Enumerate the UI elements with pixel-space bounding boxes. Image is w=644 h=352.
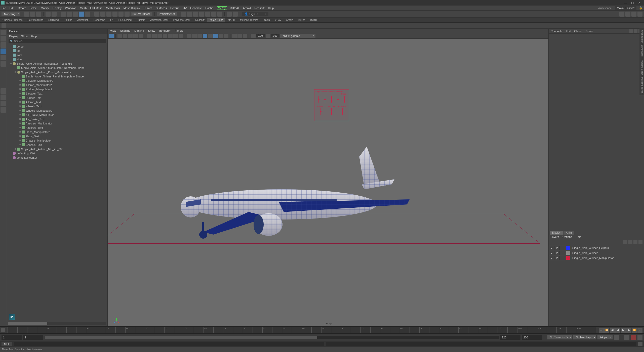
outliner-menu-display[interactable]: Display (9, 35, 18, 38)
menu-vray[interactable]: V-Ray (217, 6, 227, 10)
play-forward-button[interactable]: ▶ (621, 328, 626, 333)
menu-windows[interactable]: Windows (65, 7, 76, 10)
shelf-tab-fx[interactable]: FX (108, 18, 116, 22)
outliner-node[interactable]: ⊞Flaps_Text (8, 134, 106, 138)
lasso-tool-icon[interactable] (1, 36, 6, 41)
viewport-canvas[interactable]: FlapsAileronElevatorRudderAir Brake Chas… (108, 39, 548, 326)
grease-pencil-icon[interactable] (139, 34, 143, 38)
toggle-toolbox-icon[interactable] (631, 12, 636, 17)
shelf-tab-animation[interactable]: Animation (75, 18, 91, 22)
layer-menu-options[interactable]: Options (562, 235, 572, 238)
gamma-field[interactable]: 1.00 (271, 34, 279, 37)
xray-joints-icon[interactable] (243, 34, 247, 38)
outliner-node[interactable]: defaultLightSet (8, 151, 106, 155)
playback-end-field[interactable]: 120 (500, 335, 520, 340)
shelf-tab-sculpting[interactable]: Sculpting (46, 18, 61, 22)
shelf-tab-curves---surfaces[interactable]: Curves / Surfaces (0, 18, 25, 22)
outliner-node[interactable]: ⊞Air_Brake_Manipulator (8, 113, 106, 117)
anim-layer-dropdown[interactable]: No Anim Layer (573, 335, 596, 339)
outliner-node[interactable]: ⊟Single_Aisle_Airliner_Manipulator_Recta… (8, 61, 106, 66)
go-end-button[interactable]: ⏭ (637, 328, 642, 333)
outliner-node[interactable]: ⊞Aileron_Text (8, 100, 106, 104)
playblast-icon[interactable] (227, 12, 232, 17)
toggle-panel-icon[interactable] (233, 12, 238, 17)
camera-attr-icon[interactable] (117, 34, 122, 38)
new-scene-icon[interactable] (24, 12, 29, 17)
menu-deform[interactable]: Deform (170, 7, 179, 10)
snap-point-icon[interactable] (106, 12, 111, 17)
step-forward-key-button[interactable]: ⏩ (632, 328, 637, 333)
outliner-node[interactable]: ⊟Single_Aisle_Airliner_Panel_Manipulator (8, 70, 106, 74)
side-tab[interactable]: Channel Box / Layer Editor (640, 30, 643, 57)
menu-uv[interactable]: UV (183, 7, 187, 10)
channel-menu-show[interactable]: Show (586, 30, 593, 33)
loop-icon[interactable] (614, 335, 619, 340)
save-scene-icon[interactable] (36, 12, 41, 17)
menu-help[interactable]: Help (268, 7, 274, 10)
anim-tab[interactable]: Anim (564, 231, 574, 235)
layout-single-icon[interactable] (1, 88, 6, 94)
wireframe-icon[interactable] (187, 34, 191, 38)
outliner-node[interactable]: ⊞Chassis_Manipulator (8, 138, 106, 143)
layer-row[interactable]: VPSingle_Aisle_Airliner (549, 250, 644, 255)
workspace-dropdown[interactable]: Maya Classic* (615, 6, 636, 10)
script-editor-icon[interactable] (638, 342, 642, 346)
outliner-node[interactable]: side (8, 57, 106, 61)
ipr-render-icon[interactable] (199, 12, 204, 17)
smooth-shade-icon[interactable] (192, 34, 197, 38)
menu-file[interactable]: File (2, 7, 6, 10)
bookmark-icon[interactable] (123, 34, 127, 38)
menu-surfaces[interactable]: Surfaces (156, 7, 167, 10)
script-language-button[interactable]: MEL (2, 342, 12, 346)
menu-3dtoall[interactable]: 3DtoAll (230, 7, 239, 10)
rotate-tool-icon[interactable] (1, 55, 6, 60)
paint-select-tool-icon[interactable] (1, 42, 6, 48)
shelf-tab-fx-caching[interactable]: FX Caching (116, 18, 134, 22)
outliner-node[interactable]: ⊞Wheels_Manipulator2 (8, 108, 106, 113)
viewport-menu-lighting[interactable]: Lighting (134, 29, 144, 33)
play-back-button[interactable]: ◀ (615, 328, 620, 333)
shelf-tab-rendering[interactable]: Rendering (91, 18, 108, 22)
menu-display[interactable]: Display (53, 7, 62, 10)
close-button[interactable]: ✕ (638, 1, 640, 5)
select-face-icon[interactable] (73, 12, 78, 17)
outliner-scrollbar[interactable] (8, 322, 106, 325)
undo-icon[interactable] (46, 12, 51, 17)
select-object-icon[interactable] (79, 12, 84, 17)
viewport-menu-panels[interactable]: Panels (175, 29, 183, 33)
channel-menu-edit[interactable]: Edit (566, 30, 571, 33)
menu-generate[interactable]: Generate (190, 7, 202, 10)
ao-icon[interactable] (213, 34, 218, 38)
set-key-icon[interactable] (631, 335, 636, 340)
outliner-search-input[interactable]: Search... (9, 39, 106, 43)
safe-action-icon[interactable] (173, 34, 178, 38)
side-tab[interactable]: Modeling Toolkit (640, 77, 643, 93)
safe-title-icon[interactable] (179, 34, 183, 38)
shelf-tab-rigging[interactable]: Rigging (61, 18, 75, 22)
display-tab[interactable]: Display (550, 231, 563, 235)
outliner-node[interactable]: ⊞Single_Aisle_Airliner_MC_21_300 (8, 147, 106, 151)
shelf-tab-custom[interactable]: Custom (134, 18, 148, 22)
layer-row[interactable]: VPSingle_Aisle_Airliner_Manipulator (549, 255, 644, 260)
layout-two-icon[interactable] (1, 101, 6, 106)
command-input[interactable] (14, 342, 325, 346)
range-start-field[interactable]: 1 (2, 335, 22, 340)
select-uv-icon[interactable] (85, 12, 90, 17)
scale-tool-icon[interactable] (1, 61, 6, 67)
shelf-tab-xgen-user[interactable]: XGen_User (207, 18, 225, 22)
step-back-key-button[interactable]: ⏪ (604, 328, 609, 333)
select-vertex-icon[interactable] (61, 12, 66, 17)
shelf-tab-animation-user[interactable]: Animation_User (148, 18, 171, 22)
outliner-node[interactable]: front (8, 53, 106, 57)
outliner-node[interactable]: ⊞Rudder_Manipulator2 (8, 87, 106, 91)
lock-icon[interactable]: 🔒 (639, 6, 642, 10)
new-layer-selected-icon[interactable] (638, 240, 642, 244)
select-tool-icon[interactable] (1, 30, 6, 35)
resolution-gate-icon[interactable] (157, 34, 162, 38)
redo-icon[interactable] (52, 12, 57, 17)
snap-curve-icon[interactable] (100, 12, 105, 17)
make-live-icon[interactable] (125, 12, 130, 17)
menu-modify[interactable]: Modify (41, 7, 49, 10)
shelf-tab-arnold[interactable]: Arnold (284, 18, 296, 22)
toggle-channel-box-icon[interactable] (619, 12, 624, 17)
